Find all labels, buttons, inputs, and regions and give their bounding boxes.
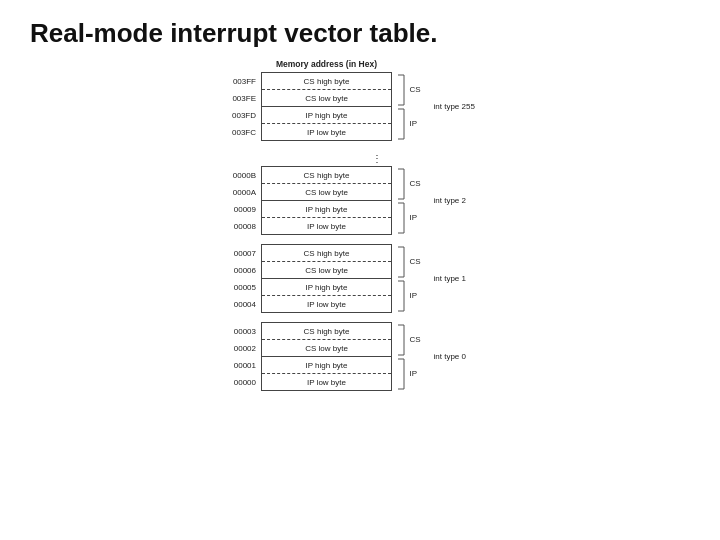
bracket-cell bbox=[392, 245, 408, 279]
address-cell: 0000B bbox=[212, 167, 262, 184]
bracket-cell bbox=[493, 340, 509, 357]
bracket-cell bbox=[493, 374, 509, 391]
content-cell: CS low byte bbox=[262, 90, 392, 107]
diagram: Memory address (in Hex) 003FFCS high byt… bbox=[30, 59, 690, 401]
address-cell: 00007 bbox=[212, 245, 262, 262]
address-cell: 00004 bbox=[212, 296, 262, 313]
address-cell: 00008 bbox=[212, 218, 262, 235]
content-cell: CS high byte bbox=[262, 167, 392, 184]
address-cell: 003FF bbox=[212, 73, 262, 90]
address-cell: 00009 bbox=[212, 201, 262, 218]
bracket-cell bbox=[392, 73, 408, 107]
int-type-label: int type 2 bbox=[428, 167, 493, 235]
content-cell: CS high byte bbox=[262, 323, 392, 340]
bracket-label: IP bbox=[408, 357, 428, 391]
content-cell: CS low byte bbox=[262, 340, 392, 357]
int-type-label: int type 0 bbox=[428, 323, 493, 391]
address-cell: 00001 bbox=[212, 357, 262, 374]
bracket-cell bbox=[392, 279, 408, 313]
content-cell: CS high byte bbox=[262, 73, 392, 90]
address-cell: 00003 bbox=[212, 323, 262, 340]
content-cell: CS low byte bbox=[262, 262, 392, 279]
bracket-label: CS bbox=[408, 73, 428, 107]
bracket-cell bbox=[392, 201, 408, 235]
bracket-cell bbox=[493, 124, 509, 141]
bracket-cell bbox=[493, 90, 509, 107]
page: Real-mode interrupt vector table. Memory… bbox=[0, 0, 720, 540]
address-cell: 0000A bbox=[212, 184, 262, 201]
address-cell: 003FC bbox=[212, 124, 262, 141]
bracket-label: CS bbox=[408, 245, 428, 279]
bracket-cell bbox=[493, 262, 509, 279]
bracket-label: CS bbox=[408, 323, 428, 357]
content-cell: IP low byte bbox=[262, 374, 392, 391]
content-cell: CS low byte bbox=[262, 184, 392, 201]
col-header: Memory address (in Hex) bbox=[262, 59, 392, 69]
address-cell: 003FD bbox=[212, 107, 262, 124]
int-type-label: int type 1 bbox=[428, 245, 493, 313]
page-title: Real-mode interrupt vector table. bbox=[30, 18, 690, 49]
bracket-cell bbox=[392, 357, 408, 391]
content-cell: IP low byte bbox=[262, 124, 392, 141]
content-cell: CS high byte bbox=[262, 245, 392, 262]
content-cell: IP high byte bbox=[262, 107, 392, 124]
content-cell: IP low byte bbox=[262, 218, 392, 235]
address-cell: 00005 bbox=[212, 279, 262, 296]
bracket-cell bbox=[392, 107, 408, 141]
address-cell: 003FE bbox=[212, 90, 262, 107]
bracket-label: CS bbox=[408, 167, 428, 201]
address-cell: 00002 bbox=[212, 340, 262, 357]
address-cell: 00006 bbox=[212, 262, 262, 279]
bracket-cell bbox=[493, 184, 509, 201]
content-cell: IP high byte bbox=[262, 357, 392, 374]
bracket-cell bbox=[493, 218, 509, 235]
int-type-label: int type 255 bbox=[428, 73, 493, 141]
bracket-label: IP bbox=[408, 107, 428, 141]
bracket-cell bbox=[392, 323, 408, 357]
content-cell: IP high byte bbox=[262, 279, 392, 296]
bracket-cell bbox=[392, 167, 408, 201]
bracket-cell bbox=[493, 296, 509, 313]
ellipsis: ⋮ bbox=[212, 151, 493, 167]
bracket-label: IP bbox=[408, 201, 428, 235]
address-cell: 00000 bbox=[212, 374, 262, 391]
bracket-label: IP bbox=[408, 279, 428, 313]
content-cell: IP high byte bbox=[262, 201, 392, 218]
content-cell: IP low byte bbox=[262, 296, 392, 313]
